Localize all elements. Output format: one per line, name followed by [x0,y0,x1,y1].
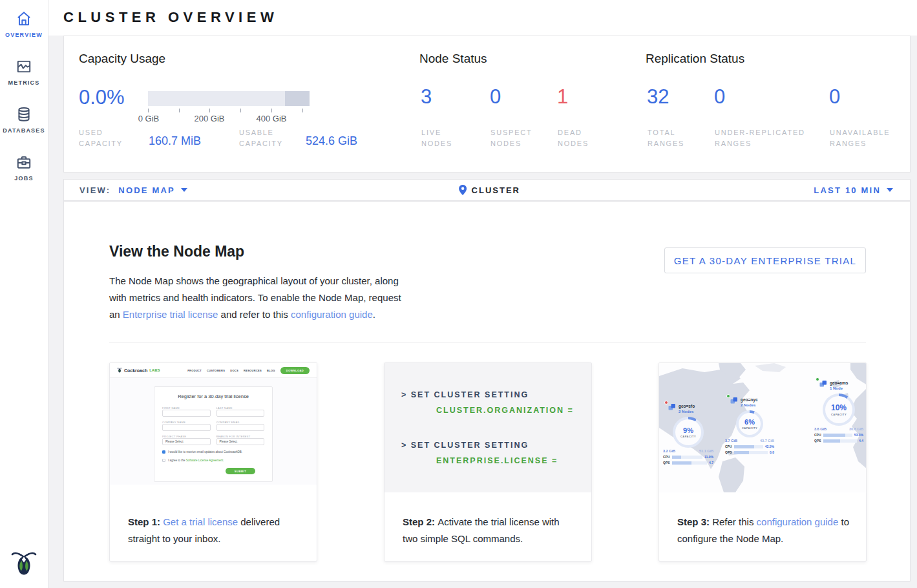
top-header-band: CLUSTER OVERVIEW [0,0,917,36]
sidebar-item-label: METRICS [8,79,40,86]
cpu-metric: CPU 42.5% [725,445,774,448]
unavailable-ranges-stat: 0 UNAVAILABLE RANGES [829,86,917,108]
trial-registration-form: Register for a 30-day trial license FIRS… [154,386,273,482]
suspect-nodes-label: SUSPECT NODES [490,127,532,149]
map-breadcrumb[interactable]: CLUSTER [459,180,520,200]
node-map-panel: View the Node Map The Node Map shows the… [63,201,911,582]
submit-button: SUBMIT [226,468,255,474]
get-enterprise-trial-button[interactable]: GET A 30-DAY ENTERPRISE TRIAL [664,247,866,273]
total-ranges-label: TOTAL RANGES [648,127,684,149]
view-toolbar: VIEW: NODE MAP CLUSTER LAST 10 MIN [63,179,911,201]
capacity-donut: 6% CAPACITY [736,410,763,437]
under-replicated-ranges-label: UNDER-REPLICATED RANGES [715,127,805,149]
section-heading: View the Node Map [109,243,244,260]
breadcrumb-cluster-label: CLUSTER [472,185,520,195]
section-description: The Node Map shows the geographical layo… [109,273,408,323]
used-capacity-value: 160.7 MiB [149,134,201,148]
step3-caption: Step 3: Refer this configuration guide t… [677,514,852,547]
sidebar-item-label: JOBS [14,175,33,182]
step2-caption: Step 2: Activate the trial license with … [403,514,577,547]
step2-card: > SET CLUSTER SETTING CLUSTER.ORGANIZATI… [384,362,592,562]
map-cluster-nyc: geo=nyc 2 Nodes 6% CAPACITY 3.7 GiB 43.7… [725,397,774,454]
view-label: VIEW: [79,185,111,195]
map-pin-icon [459,185,467,195]
unavailable-ranges-value: 0 [829,86,917,108]
dead-status-dot [664,401,668,404]
view-selector: VIEW: NODE MAP [79,180,187,200]
sidebar-item-overview[interactable]: OVERVIEW [0,10,48,38]
under-replicated-ranges-value: 0 [714,86,824,108]
reason-for-interest-select: Please Select [216,438,265,445]
cpu-metric: CPU 11.0% [663,455,713,459]
used-capacity-label: USED CAPACITY [79,127,123,149]
locality-cubes-icon [730,397,738,404]
locality-cubes-icon [819,380,827,388]
qps-metric: QPS 4.4 [814,439,863,443]
axis-tick-label: 400 GiB [257,114,287,123]
sidebar-item-label: OVERVIEW [5,32,43,38]
company-email-field [216,424,265,431]
live-status-dot [816,377,819,381]
sidebar-item-label: DATABASES [3,127,45,134]
form-title: Register for a 30-day trial license [162,394,264,399]
sidebar-item-databases[interactable]: DATABASES [0,106,48,134]
mini-site-nav: PRODUCT CUSTOMERS DOCS RESOURCES BLOG DO… [187,367,310,374]
sql-line: > SET CLUSTER SETTING [401,441,529,450]
step1-caption: Step 1: Get a trial license delivered st… [128,514,302,547]
view-dropdown[interactable]: NODE MAP [118,185,187,195]
usable-capacity-value: 524.6 GiB [306,134,357,148]
capacity-donut: 9% CAPACITY [673,417,704,448]
bottom-margin [48,582,917,588]
capacity-axis [148,109,310,113]
unavailable-ranges-label: UNAVAILABLE RANGES [830,127,890,149]
first-name-field [162,410,211,417]
metrics-chart-icon [16,58,32,75]
configuration-guide-link[interactable]: configuration guide [757,516,839,527]
sidebar-item-jobs[interactable]: JOBS [0,154,48,182]
app-window: CLUSTER OVERVIEW OVERVIEW [0,0,917,588]
step1-card: Cockroach LABS PRODUCT CUSTOMERS DOCS RE… [109,362,317,562]
home-icon [16,10,32,27]
checkbox-checked-icon [162,450,165,454]
project-phase-select: Please Select [162,438,211,445]
chevron-down-icon [181,188,187,192]
email-updates-checkbox-row: I would like to receive email updates ab… [162,450,264,454]
page-title: CLUSTER OVERVIEW [63,9,278,26]
sidebar-item-metrics[interactable]: METRICS [0,58,48,86]
cluster-summary-panel: Capacity Usage 0.0% 0 GiB 200 GiB 400 Gi… [63,36,911,173]
capacity-usage-bar [148,91,310,106]
configuration-guide-link[interactable]: configuration guide [291,309,373,320]
cockroachdb-logo[interactable] [11,549,37,580]
live-status-dot [726,394,730,398]
enterprise-trial-license-link[interactable]: Enterprise trial license [123,309,218,320]
qps-metric: QPS 0.0 [725,450,774,454]
map-cluster-sfo: geo=sfo 2 Nodes 9% CAPACITY 3.2 GiB 51.1… [663,403,713,465]
qps-metric: QPS 4.7 [663,461,713,465]
step3-card: geo=sfo 2 Nodes 9% CAPACITY 3.2 GiB 51.1… [659,362,867,562]
axis-tick-label: 0 GiB [138,114,160,123]
briefcase-icon [16,154,32,171]
license-agreement-checkbox-row: I agree to the Software License Agreemen… [162,459,264,462]
time-range-dropdown[interactable]: LAST 10 MIN [814,180,893,200]
live-nodes-label: LIVE NODES [421,127,452,149]
sql-code-block: > SET CLUSTER SETTING CLUSTER.ORGANIZATI… [385,363,591,492]
download-button: DOWNLOAD [280,367,310,374]
cockroach-logo-small-icon [117,367,122,373]
chevron-down-icon [887,188,893,192]
sql-setting-name: CLUSTER.ORGANIZATION = [436,406,574,415]
cpu-metric: CPU 53.3% [814,433,863,437]
checkbox-icon [162,459,165,462]
get-trial-license-link[interactable]: Get a trial license [163,516,238,527]
node-map-preview: geo=sfo 2 Nodes 9% CAPACITY 3.2 GiB 51.1… [659,363,866,492]
under-replicated-ranges-stat: 0 UNDER-REPLICATED RANGES [714,86,824,108]
locality-cubes-icon [668,403,676,411]
axis-tick-label: 200 GiB [195,114,225,123]
dead-nodes-label: DEAD NODES [558,127,589,149]
mini-site-brand: Cockroach LABS [117,367,160,373]
mini-site-header: Cockroach LABS PRODUCT CUSTOMERS DOCS RE… [110,363,317,378]
database-icon [16,106,32,123]
section-divider [109,342,866,342]
description-text: . [373,309,375,320]
description-text: and refer to this [218,309,291,320]
capacity-usage-title: Capacity Usage [79,52,165,66]
